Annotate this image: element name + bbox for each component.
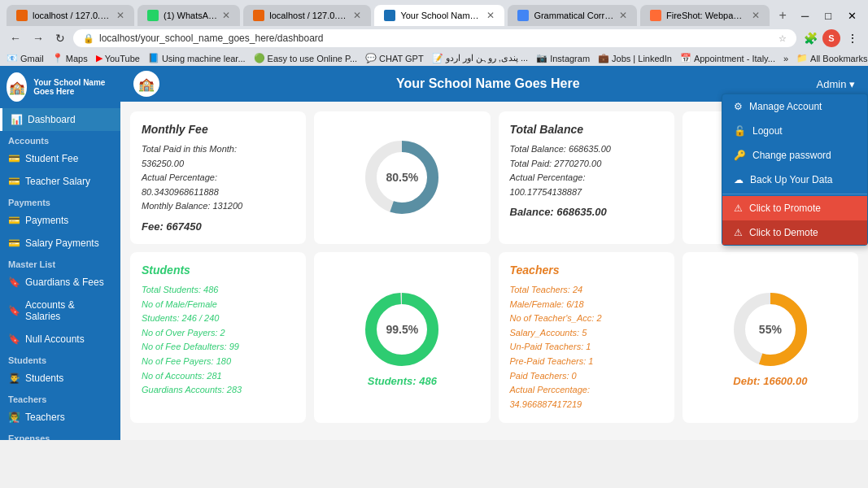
sidebar-item-teacher-salary[interactable]: 💳 Teacher Salary [0,170,120,193]
dropdown-change-password[interactable]: 🔑 Change password [722,143,867,168]
tab-close-2[interactable]: ✕ [222,10,230,21]
students-mf-value: Students: 246 / 240 [142,313,219,323]
balance-value-mf: 131200 [212,201,242,211]
sidebar-item-label-teacher-salary: Teacher Salary [25,176,90,187]
demote-warning-icon: ⚠ [734,227,743,238]
sidebar-school-name: Your School Name Goes Here [33,78,114,96]
lock-icon: 🔒 [83,33,94,44]
sidebar-item-payments[interactable]: 💳 Payments [0,209,120,232]
monthly-fee-card: Monthly Fee Total Paid in this Month: 53… [130,111,306,244]
dropdown-logout[interactable]: 🔓 Logout [722,119,867,143]
bookmark-appointment-label: Appointment - Italy... [694,54,775,63]
paid-label: Paid Teachers: [510,371,569,381]
bookmark-maps[interactable]: 📍 Maps [52,53,88,63]
sidebar-item-teachers[interactable]: 👨‍🏫 Teachers [0,406,120,429]
bookmark-more[interactable]: » [783,54,788,63]
sidebar-item-label-teachers: Teachers [25,412,65,423]
bookmark-chatgpt[interactable]: 💬 CHAT GPT [365,53,424,63]
payments-icon: 💳 [8,215,20,226]
bookmark-youtube[interactable]: ▶ YouTube [96,53,140,63]
extensions-icon[interactable]: 🧩 [801,29,819,47]
teachers-total-label: Total Teachers: [510,285,570,294]
tab-favicon-1 [16,10,28,21]
dashboard-icon: 📊 [11,114,23,125]
tab-label-3: localhost / 127.0.0.1 [269,11,348,20]
total-balance-text: Total Balance: 668635.00 Total Paid: 277… [510,142,663,199]
teachers-total-value: 24 [573,285,582,294]
close-button[interactable]: ✕ [843,8,861,24]
students-card: Students Total Students: 486 No of Male/… [130,252,306,423]
tab-5[interactable]: Grammatical Correct... ✕ [508,5,637,26]
dropdown-backup[interactable]: ☁ Back Up Your Data [722,168,867,192]
fee-defaulters-label: No of Fee Defaulters: [142,342,227,351]
total-paid-value-tb: 2770270.00 [554,159,601,168]
tab-close-5[interactable]: ✕ [619,10,627,21]
top-nav-wrapper: 🏫 Your School Name Goes Here Admin ▾ ⚙ M… [120,66,868,102]
maximize-button[interactable]: □ [820,8,836,24]
tab-close-6[interactable]: ✕ [752,10,760,21]
url-input-box[interactable]: 🔒 localhost/your_school_name_goes_here/d… [73,29,796,47]
tab-favicon-3 [253,10,264,21]
tab-bar: localhost / 127.0.0.1 ✕ (1) WhatsApp ✕ l… [0,0,868,26]
tab-label-4: Your School Name G... [400,11,482,20]
dropdown-demote[interactable]: ⚠ Click to Demote [722,220,867,245]
students-footer-label: Students: [368,375,417,387]
fee-defaulters-value: 99 [229,342,239,351]
teachers-card: Teachers Total Teachers: 24 Male/Female:… [499,252,674,423]
tab-close-4[interactable]: ✕ [486,10,495,21]
tab-label-5: Grammatical Correct... [534,11,614,20]
fee-footer-value: 667450 [166,220,201,233]
logout-icon: 🔓 [734,125,746,137]
appointment-icon: 📅 [680,53,691,63]
bookmark-instagram[interactable]: 📷 Instagram [536,53,590,63]
sidebar-item-student-fee[interactable]: 💳 Student Fee [0,147,120,170]
menu-icon[interactable]: ⋮ [844,29,861,47]
teachers-footer-value: 16600.00 [763,375,807,387]
admin-dropdown-button[interactable]: Admin ▾ [817,78,855,90]
key-icon: 🔑 [734,150,746,161]
students-card-footer: Students: 486 [368,375,437,387]
dropdown-manage-account[interactable]: ⚙ Manage Account [722,94,867,119]
tab-2[interactable]: (1) WhatsApp ✕ [137,5,240,26]
tab-1[interactable]: localhost / 127.0.0.1 ✕ [7,5,134,26]
account-circle-icon[interactable]: S [822,29,840,47]
total-balance-card: Total Balance Total Balance: 668635.00 T… [499,111,674,244]
bookmark-appointment[interactable]: 📅 Appointment - Italy... [680,53,775,63]
sidebar-item-dashboard[interactable]: 📊 Dashboard [0,108,120,131]
bookmark-gmail[interactable]: 📧 Gmail [7,53,44,63]
balance-footer-value: 668635.00 [556,206,606,218]
teachers-donut: 55% [730,289,811,370]
minimize-button[interactable]: ─ [796,8,813,24]
bookmark-linkedin[interactable]: 💼 Jobs | LinkedIn [598,53,672,63]
reload-button[interactable]: ↻ [52,30,68,46]
sidebar-item-salary-payments[interactable]: 💳 Salary Payments [0,232,120,255]
dropdown-promote[interactable]: ⚠ Click to Promote [722,196,867,220]
tab-close-1[interactable]: ✕ [116,10,124,21]
tab-6[interactable]: FireShot: Webpage S... ✕ [640,5,770,26]
sidebar-item-label-students: Students [25,373,63,384]
change-password-label: Change password [752,150,831,161]
forward-button[interactable]: → [29,30,47,46]
sidebar-item-null-accounts[interactable]: 🔖 Null Accounts [0,328,120,351]
back-button[interactable]: ← [7,30,24,46]
fee-payers-label: No of Fee Payers: [142,356,214,366]
total-paid-value: 536250.00 [142,159,184,168]
tab-3[interactable]: localhost / 127.0.0.1 ✕ [243,5,371,26]
students-icon: 👨‍🎓 [8,373,20,384]
monthly-fee-title: Monthly Fee [142,123,294,136]
guardians-icon: 🔖 [8,277,20,288]
new-tab-button[interactable]: + [773,5,793,26]
sidebar-item-students[interactable]: 👨‍🎓 Students [0,367,120,390]
navbar-brand: Your School Name Goes Here [396,76,580,91]
bookmark-star-icon[interactable]: ☆ [779,33,787,44]
bookmark-ml[interactable]: 📘 Using machine lear... [148,53,246,63]
bookmark-all[interactable]: 📁 All Bookmarks [796,53,867,63]
bookmark-online[interactable]: 🟢 Easy to use Online P... [254,53,357,63]
maps-icon: 📍 [52,53,63,63]
sidebar-item-accounts-salaries[interactable]: 🔖 Accounts & Salaries [0,294,120,328]
bookmark-urdu[interactable]: 📝 پندی, روہن اور اردو ... [432,53,528,63]
tab-4[interactable]: Your School Name G... ✕ [374,5,504,26]
tab-close-3[interactable]: ✕ [353,10,361,21]
bookmark-linkedin-label: Jobs | LinkedIn [612,54,672,63]
sidebar-item-guardians[interactable]: 🔖 Guardians & Fees [0,271,120,294]
